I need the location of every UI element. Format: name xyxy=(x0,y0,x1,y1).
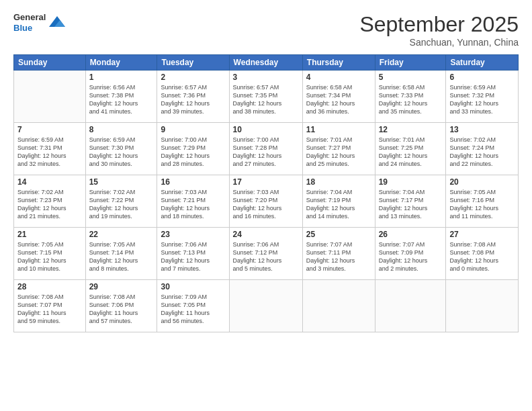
logo-icon xyxy=(48,13,66,32)
day-info: Sunrise: 7:00 AM Sunset: 7:28 PM Dayligh… xyxy=(233,136,299,169)
day-info: Sunrise: 7:07 AM Sunset: 7:11 PM Dayligh… xyxy=(306,240,371,273)
calendar-cell: 25Sunrise: 7:07 AM Sunset: 7:11 PM Dayli… xyxy=(302,228,375,280)
calendar-cell: 19Sunrise: 7:04 AM Sunset: 7:17 PM Dayli… xyxy=(375,175,446,228)
day-number: 15 xyxy=(89,177,154,187)
calendar-week-2: 7Sunrise: 6:59 AM Sunset: 7:31 PM Daylig… xyxy=(14,123,519,175)
day-number: 19 xyxy=(379,177,443,187)
day-info: Sunrise: 6:57 AM Sunset: 7:35 PM Dayligh… xyxy=(233,83,299,116)
col-tuesday: Tuesday xyxy=(157,55,229,71)
calendar-cell: 20Sunrise: 7:05 AM Sunset: 7:16 PM Dayli… xyxy=(446,175,519,228)
day-number: 13 xyxy=(449,125,515,134)
col-monday: Monday xyxy=(85,55,157,71)
calendar-cell xyxy=(375,280,446,332)
subtitle: Sanchuan, Yunnan, China xyxy=(359,37,519,48)
calendar-cell: 17Sunrise: 7:03 AM Sunset: 7:20 PM Dayli… xyxy=(229,175,302,228)
day-info: Sunrise: 6:59 AM Sunset: 7:32 PM Dayligh… xyxy=(449,83,515,116)
day-info: Sunrise: 6:59 AM Sunset: 7:30 PM Dayligh… xyxy=(89,136,154,169)
calendar-cell: 6Sunrise: 6:59 AM Sunset: 7:32 PM Daylig… xyxy=(446,71,519,123)
calendar-week-5: 28Sunrise: 7:08 AM Sunset: 7:07 PM Dayli… xyxy=(14,280,519,332)
day-number: 1 xyxy=(89,73,154,82)
calendar-header-row: Sunday Monday Tuesday Wednesday Thursday… xyxy=(14,55,519,71)
calendar-week-4: 21Sunrise: 7:05 AM Sunset: 7:15 PM Dayli… xyxy=(14,228,519,280)
calendar-cell: 16Sunrise: 7:03 AM Sunset: 7:21 PM Dayli… xyxy=(157,175,229,228)
logo: General Blue xyxy=(13,12,66,33)
day-info: Sunrise: 7:00 AM Sunset: 7:29 PM Dayligh… xyxy=(161,136,225,169)
day-info: Sunrise: 6:56 AM Sunset: 7:38 PM Dayligh… xyxy=(89,83,154,116)
calendar-cell: 13Sunrise: 7:02 AM Sunset: 7:24 PM Dayli… xyxy=(446,123,519,175)
calendar-cell: 2Sunrise: 6:57 AM Sunset: 7:36 PM Daylig… xyxy=(157,71,229,123)
calendar-cell: 5Sunrise: 6:58 AM Sunset: 7:33 PM Daylig… xyxy=(375,71,446,123)
calendar-cell: 1Sunrise: 6:56 AM Sunset: 7:38 PM Daylig… xyxy=(85,71,157,123)
calendar-cell: 3Sunrise: 6:57 AM Sunset: 7:35 PM Daylig… xyxy=(229,71,302,123)
day-number: 21 xyxy=(17,230,82,239)
calendar-cell: 7Sunrise: 6:59 AM Sunset: 7:31 PM Daylig… xyxy=(14,123,86,175)
calendar-cell: 21Sunrise: 7:05 AM Sunset: 7:15 PM Dayli… xyxy=(14,228,86,280)
day-info: Sunrise: 7:03 AM Sunset: 7:21 PM Dayligh… xyxy=(161,188,225,221)
day-info: Sunrise: 7:06 AM Sunset: 7:12 PM Dayligh… xyxy=(233,240,299,273)
month-title: September 2025 xyxy=(359,12,519,37)
day-info: Sunrise: 7:02 AM Sunset: 7:22 PM Dayligh… xyxy=(89,188,154,221)
title-block: September 2025 Sanchuan, Yunnan, China xyxy=(359,12,519,48)
day-number: 6 xyxy=(449,73,515,82)
day-info: Sunrise: 7:04 AM Sunset: 7:17 PM Dayligh… xyxy=(379,188,443,221)
page: General Blue September 2025 Sanchuan, Yu… xyxy=(0,0,532,411)
day-number: 27 xyxy=(449,230,515,239)
calendar-cell: 22Sunrise: 7:05 AM Sunset: 7:14 PM Dayli… xyxy=(85,228,157,280)
day-number: 4 xyxy=(306,73,371,82)
day-number: 14 xyxy=(17,177,82,187)
day-number: 20 xyxy=(449,177,515,187)
day-number: 18 xyxy=(306,177,371,187)
day-info: Sunrise: 7:02 AM Sunset: 7:24 PM Dayligh… xyxy=(449,136,515,169)
day-info: Sunrise: 7:05 AM Sunset: 7:16 PM Dayligh… xyxy=(449,188,515,221)
day-number: 8 xyxy=(89,125,154,134)
calendar-cell xyxy=(302,280,375,332)
calendar-week-1: 1Sunrise: 6:56 AM Sunset: 7:38 PM Daylig… xyxy=(14,71,519,123)
calendar-week-3: 14Sunrise: 7:02 AM Sunset: 7:23 PM Dayli… xyxy=(14,175,519,228)
logo-general: General xyxy=(13,12,46,23)
calendar-cell: 10Sunrise: 7:00 AM Sunset: 7:28 PM Dayli… xyxy=(229,123,302,175)
calendar-cell: 30Sunrise: 7:09 AM Sunset: 7:05 PM Dayli… xyxy=(157,280,229,332)
calendar-cell xyxy=(446,280,519,332)
calendar-cell xyxy=(229,280,302,332)
day-info: Sunrise: 6:58 AM Sunset: 7:33 PM Dayligh… xyxy=(379,83,443,116)
day-info: Sunrise: 7:08 AM Sunset: 7:07 PM Dayligh… xyxy=(17,293,82,326)
day-info: Sunrise: 7:09 AM Sunset: 7:05 PM Dayligh… xyxy=(161,293,225,326)
day-number: 30 xyxy=(161,282,225,291)
day-info: Sunrise: 7:01 AM Sunset: 7:27 PM Dayligh… xyxy=(306,136,371,169)
day-number: 9 xyxy=(161,125,225,134)
day-number: 29 xyxy=(89,282,154,291)
day-info: Sunrise: 7:05 AM Sunset: 7:15 PM Dayligh… xyxy=(17,240,82,273)
calendar-cell: 23Sunrise: 7:06 AM Sunset: 7:13 PM Dayli… xyxy=(157,228,229,280)
header: General Blue September 2025 Sanchuan, Yu… xyxy=(13,12,519,48)
day-number: 22 xyxy=(89,230,154,239)
logo-blue: Blue xyxy=(13,23,46,34)
calendar-cell: 12Sunrise: 7:01 AM Sunset: 7:25 PM Dayli… xyxy=(375,123,446,175)
day-number: 2 xyxy=(161,73,225,82)
day-number: 28 xyxy=(17,282,82,291)
day-info: Sunrise: 7:06 AM Sunset: 7:13 PM Dayligh… xyxy=(161,240,225,273)
day-info: Sunrise: 7:08 AM Sunset: 7:06 PM Dayligh… xyxy=(89,293,154,326)
day-info: Sunrise: 7:03 AM Sunset: 7:20 PM Dayligh… xyxy=(233,188,299,221)
day-number: 17 xyxy=(233,177,299,187)
day-number: 3 xyxy=(233,73,299,82)
calendar-cell: 15Sunrise: 7:02 AM Sunset: 7:22 PM Dayli… xyxy=(85,175,157,228)
day-info: Sunrise: 6:58 AM Sunset: 7:34 PM Dayligh… xyxy=(306,83,371,116)
day-number: 16 xyxy=(161,177,225,187)
day-number: 5 xyxy=(379,73,443,82)
col-friday: Friday xyxy=(375,55,446,71)
day-number: 24 xyxy=(233,230,299,239)
col-wednesday: Wednesday xyxy=(229,55,302,71)
calendar-cell: 29Sunrise: 7:08 AM Sunset: 7:06 PM Dayli… xyxy=(85,280,157,332)
calendar-cell xyxy=(14,71,86,123)
day-info: Sunrise: 7:01 AM Sunset: 7:25 PM Dayligh… xyxy=(379,136,443,169)
calendar-cell: 8Sunrise: 6:59 AM Sunset: 7:30 PM Daylig… xyxy=(85,123,157,175)
calendar-cell: 14Sunrise: 7:02 AM Sunset: 7:23 PM Dayli… xyxy=(14,175,86,228)
col-saturday: Saturday xyxy=(446,55,519,71)
calendar-cell: 28Sunrise: 7:08 AM Sunset: 7:07 PM Dayli… xyxy=(14,280,86,332)
calendar-cell: 4Sunrise: 6:58 AM Sunset: 7:34 PM Daylig… xyxy=(302,71,375,123)
day-number: 10 xyxy=(233,125,299,134)
day-info: Sunrise: 7:07 AM Sunset: 7:09 PM Dayligh… xyxy=(379,240,443,273)
day-info: Sunrise: 7:05 AM Sunset: 7:14 PM Dayligh… xyxy=(89,240,154,273)
day-info: Sunrise: 6:57 AM Sunset: 7:36 PM Dayligh… xyxy=(161,83,225,116)
calendar-cell: 11Sunrise: 7:01 AM Sunset: 7:27 PM Dayli… xyxy=(302,123,375,175)
